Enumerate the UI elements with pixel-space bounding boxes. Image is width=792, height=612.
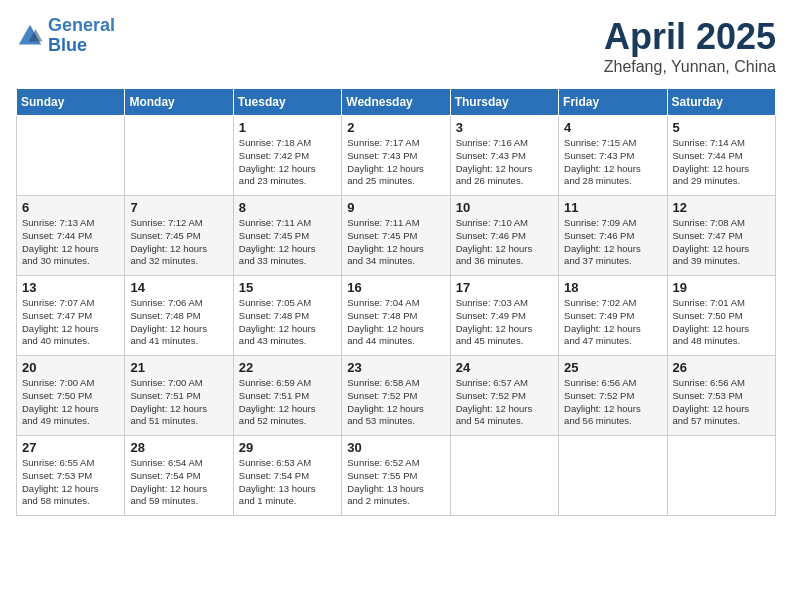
calendar-cell: 22Sunrise: 6:59 AMSunset: 7:51 PMDayligh… bbox=[233, 356, 341, 436]
cell-content: Sunrise: 6:52 AMSunset: 7:55 PMDaylight:… bbox=[347, 457, 444, 508]
day-number: 4 bbox=[564, 120, 661, 135]
calendar-week-row: 27Sunrise: 6:55 AMSunset: 7:53 PMDayligh… bbox=[17, 436, 776, 516]
calendar-cell bbox=[559, 436, 667, 516]
cell-content: Sunrise: 6:54 AMSunset: 7:54 PMDaylight:… bbox=[130, 457, 227, 508]
calendar-cell: 10Sunrise: 7:10 AMSunset: 7:46 PMDayligh… bbox=[450, 196, 558, 276]
calendar-cell: 14Sunrise: 7:06 AMSunset: 7:48 PMDayligh… bbox=[125, 276, 233, 356]
cell-content: Sunrise: 7:14 AMSunset: 7:44 PMDaylight:… bbox=[673, 137, 770, 188]
calendar-cell: 29Sunrise: 6:53 AMSunset: 7:54 PMDayligh… bbox=[233, 436, 341, 516]
weekday-header: Wednesday bbox=[342, 89, 450, 116]
calendar-cell: 18Sunrise: 7:02 AMSunset: 7:49 PMDayligh… bbox=[559, 276, 667, 356]
day-number: 24 bbox=[456, 360, 553, 375]
cell-content: Sunrise: 6:59 AMSunset: 7:51 PMDaylight:… bbox=[239, 377, 336, 428]
location: Zhefang, Yunnan, China bbox=[604, 58, 776, 76]
calendar-cell: 15Sunrise: 7:05 AMSunset: 7:48 PMDayligh… bbox=[233, 276, 341, 356]
day-number: 28 bbox=[130, 440, 227, 455]
day-number: 10 bbox=[456, 200, 553, 215]
calendar-cell: 28Sunrise: 6:54 AMSunset: 7:54 PMDayligh… bbox=[125, 436, 233, 516]
day-number: 14 bbox=[130, 280, 227, 295]
day-number: 20 bbox=[22, 360, 119, 375]
calendar-cell: 23Sunrise: 6:58 AMSunset: 7:52 PMDayligh… bbox=[342, 356, 450, 436]
calendar-cell: 17Sunrise: 7:03 AMSunset: 7:49 PMDayligh… bbox=[450, 276, 558, 356]
cell-content: Sunrise: 7:11 AMSunset: 7:45 PMDaylight:… bbox=[347, 217, 444, 268]
calendar-cell: 13Sunrise: 7:07 AMSunset: 7:47 PMDayligh… bbox=[17, 276, 125, 356]
weekday-header: Friday bbox=[559, 89, 667, 116]
day-number: 2 bbox=[347, 120, 444, 135]
day-number: 22 bbox=[239, 360, 336, 375]
calendar-cell: 11Sunrise: 7:09 AMSunset: 7:46 PMDayligh… bbox=[559, 196, 667, 276]
cell-content: Sunrise: 7:07 AMSunset: 7:47 PMDaylight:… bbox=[22, 297, 119, 348]
calendar-cell: 5Sunrise: 7:14 AMSunset: 7:44 PMDaylight… bbox=[667, 116, 775, 196]
calendar-cell: 24Sunrise: 6:57 AMSunset: 7:52 PMDayligh… bbox=[450, 356, 558, 436]
day-number: 23 bbox=[347, 360, 444, 375]
calendar-cell bbox=[667, 436, 775, 516]
calendar-cell: 20Sunrise: 7:00 AMSunset: 7:50 PMDayligh… bbox=[17, 356, 125, 436]
cell-content: Sunrise: 7:15 AMSunset: 7:43 PMDaylight:… bbox=[564, 137, 661, 188]
calendar-week-row: 13Sunrise: 7:07 AMSunset: 7:47 PMDayligh… bbox=[17, 276, 776, 356]
calendar-cell bbox=[450, 436, 558, 516]
cell-content: Sunrise: 7:02 AMSunset: 7:49 PMDaylight:… bbox=[564, 297, 661, 348]
cell-content: Sunrise: 7:17 AMSunset: 7:43 PMDaylight:… bbox=[347, 137, 444, 188]
weekday-header: Tuesday bbox=[233, 89, 341, 116]
day-number: 6 bbox=[22, 200, 119, 215]
cell-content: Sunrise: 6:57 AMSunset: 7:52 PMDaylight:… bbox=[456, 377, 553, 428]
cell-content: Sunrise: 7:00 AMSunset: 7:51 PMDaylight:… bbox=[130, 377, 227, 428]
logo: General Blue bbox=[16, 16, 115, 56]
calendar-cell: 16Sunrise: 7:04 AMSunset: 7:48 PMDayligh… bbox=[342, 276, 450, 356]
cell-content: Sunrise: 7:08 AMSunset: 7:47 PMDaylight:… bbox=[673, 217, 770, 268]
calendar-cell: 9Sunrise: 7:11 AMSunset: 7:45 PMDaylight… bbox=[342, 196, 450, 276]
calendar-header: SundayMondayTuesdayWednesdayThursdayFrid… bbox=[17, 89, 776, 116]
month-title: April 2025 bbox=[604, 16, 776, 58]
weekday-header: Monday bbox=[125, 89, 233, 116]
cell-content: Sunrise: 7:04 AMSunset: 7:48 PMDaylight:… bbox=[347, 297, 444, 348]
day-number: 9 bbox=[347, 200, 444, 215]
logo-text: General Blue bbox=[48, 16, 115, 56]
day-number: 21 bbox=[130, 360, 227, 375]
cell-content: Sunrise: 7:01 AMSunset: 7:50 PMDaylight:… bbox=[673, 297, 770, 348]
cell-content: Sunrise: 7:09 AMSunset: 7:46 PMDaylight:… bbox=[564, 217, 661, 268]
calendar-cell: 7Sunrise: 7:12 AMSunset: 7:45 PMDaylight… bbox=[125, 196, 233, 276]
page-header: General Blue April 2025 Zhefang, Yunnan,… bbox=[16, 16, 776, 76]
calendar-cell: 12Sunrise: 7:08 AMSunset: 7:47 PMDayligh… bbox=[667, 196, 775, 276]
calendar-cell: 30Sunrise: 6:52 AMSunset: 7:55 PMDayligh… bbox=[342, 436, 450, 516]
calendar-cell bbox=[125, 116, 233, 196]
day-number: 3 bbox=[456, 120, 553, 135]
day-number: 5 bbox=[673, 120, 770, 135]
calendar-cell: 6Sunrise: 7:13 AMSunset: 7:44 PMDaylight… bbox=[17, 196, 125, 276]
cell-content: Sunrise: 7:13 AMSunset: 7:44 PMDaylight:… bbox=[22, 217, 119, 268]
cell-content: Sunrise: 7:12 AMSunset: 7:45 PMDaylight:… bbox=[130, 217, 227, 268]
calendar-cell: 26Sunrise: 6:56 AMSunset: 7:53 PMDayligh… bbox=[667, 356, 775, 436]
day-number: 18 bbox=[564, 280, 661, 295]
cell-content: Sunrise: 7:16 AMSunset: 7:43 PMDaylight:… bbox=[456, 137, 553, 188]
calendar-cell: 8Sunrise: 7:11 AMSunset: 7:45 PMDaylight… bbox=[233, 196, 341, 276]
cell-content: Sunrise: 6:56 AMSunset: 7:53 PMDaylight:… bbox=[673, 377, 770, 428]
calendar-cell: 3Sunrise: 7:16 AMSunset: 7:43 PMDaylight… bbox=[450, 116, 558, 196]
cell-content: Sunrise: 7:03 AMSunset: 7:49 PMDaylight:… bbox=[456, 297, 553, 348]
calendar-cell: 1Sunrise: 7:18 AMSunset: 7:42 PMDaylight… bbox=[233, 116, 341, 196]
calendar-cell: 25Sunrise: 6:56 AMSunset: 7:52 PMDayligh… bbox=[559, 356, 667, 436]
day-number: 11 bbox=[564, 200, 661, 215]
calendar-cell: 27Sunrise: 6:55 AMSunset: 7:53 PMDayligh… bbox=[17, 436, 125, 516]
day-number: 29 bbox=[239, 440, 336, 455]
cell-content: Sunrise: 6:53 AMSunset: 7:54 PMDaylight:… bbox=[239, 457, 336, 508]
day-number: 25 bbox=[564, 360, 661, 375]
cell-content: Sunrise: 7:10 AMSunset: 7:46 PMDaylight:… bbox=[456, 217, 553, 268]
calendar-cell: 2Sunrise: 7:17 AMSunset: 7:43 PMDaylight… bbox=[342, 116, 450, 196]
cell-content: Sunrise: 6:56 AMSunset: 7:52 PMDaylight:… bbox=[564, 377, 661, 428]
calendar-cell: 21Sunrise: 7:00 AMSunset: 7:51 PMDayligh… bbox=[125, 356, 233, 436]
cell-content: Sunrise: 7:05 AMSunset: 7:48 PMDaylight:… bbox=[239, 297, 336, 348]
calendar-week-row: 20Sunrise: 7:00 AMSunset: 7:50 PMDayligh… bbox=[17, 356, 776, 436]
day-number: 19 bbox=[673, 280, 770, 295]
calendar-week-row: 1Sunrise: 7:18 AMSunset: 7:42 PMDaylight… bbox=[17, 116, 776, 196]
calendar-week-row: 6Sunrise: 7:13 AMSunset: 7:44 PMDaylight… bbox=[17, 196, 776, 276]
day-number: 16 bbox=[347, 280, 444, 295]
cell-content: Sunrise: 6:55 AMSunset: 7:53 PMDaylight:… bbox=[22, 457, 119, 508]
cell-content: Sunrise: 7:11 AMSunset: 7:45 PMDaylight:… bbox=[239, 217, 336, 268]
calendar-cell bbox=[17, 116, 125, 196]
cell-content: Sunrise: 7:00 AMSunset: 7:50 PMDaylight:… bbox=[22, 377, 119, 428]
cell-content: Sunrise: 6:58 AMSunset: 7:52 PMDaylight:… bbox=[347, 377, 444, 428]
day-number: 17 bbox=[456, 280, 553, 295]
day-number: 15 bbox=[239, 280, 336, 295]
calendar-cell: 4Sunrise: 7:15 AMSunset: 7:43 PMDaylight… bbox=[559, 116, 667, 196]
day-number: 27 bbox=[22, 440, 119, 455]
